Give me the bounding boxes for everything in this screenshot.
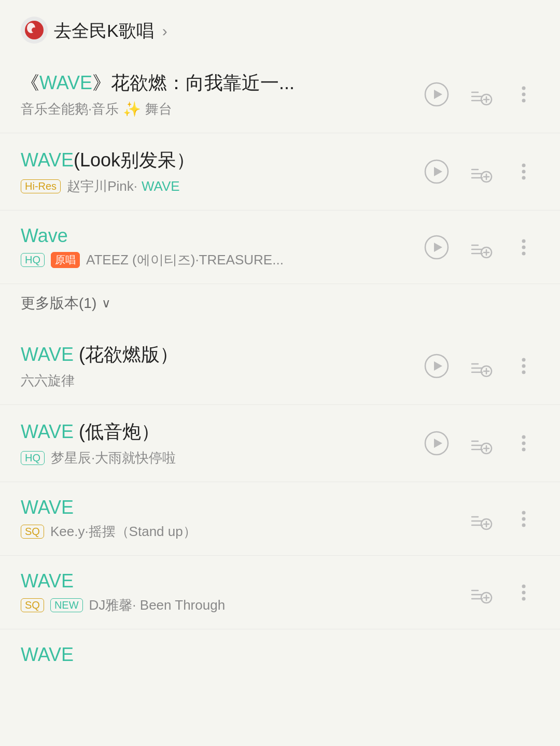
song-title[interactable]: WAVE (花欲燃版） — [21, 342, 411, 368]
list-item-partial: WAVE — [0, 629, 560, 671]
title-suffix: (花欲燃版） — [74, 344, 178, 365]
top-nav: 去全民K歌唱 › — [0, 0, 560, 56]
svg-point-17 — [522, 164, 526, 167]
list-item: Wave HQ 原唱 ATEEZ (에이티즈)·TREASURE... — [0, 210, 560, 284]
song-meta: SQ Kee.y·摇摆（Stand up） — [21, 523, 454, 541]
add-to-playlist-button[interactable] — [465, 577, 496, 608]
song-info: WAVE (低音炮） HQ 梦星辰·大雨就快停啦 — [21, 419, 411, 467]
svg-marker-5 — [434, 90, 442, 99]
svg-point-42 — [522, 442, 526, 445]
song-actions — [421, 232, 539, 263]
title-teal: WAVE — [21, 149, 74, 171]
meta-text: 六六旋律 — [21, 372, 75, 390]
hq-badge: HQ — [21, 451, 45, 465]
svg-point-27 — [522, 251, 526, 255]
svg-point-26 — [522, 245, 526, 249]
sq-badge: SQ — [21, 598, 44, 612]
song-actions — [465, 503, 539, 534]
more-options-button[interactable] — [508, 156, 539, 187]
sq-badge: SQ — [21, 525, 44, 539]
nav-arrow[interactable]: › — [162, 22, 167, 40]
more-options-button[interactable] — [508, 428, 539, 459]
song-title[interactable]: 《WAVE》花欲燃：向我靠近一... — [21, 71, 411, 96]
song-actions — [421, 79, 539, 110]
song-actions — [421, 428, 539, 459]
song-info: WAVE (花欲燃版） 六六旋律 — [21, 342, 411, 390]
title-teal: WAVE — [21, 497, 74, 518]
title-teal: WAVE — [21, 421, 74, 442]
add-to-playlist-button[interactable] — [465, 503, 496, 534]
meta-teal: WAVE — [142, 178, 180, 194]
svg-point-48 — [522, 517, 526, 520]
more-options-button[interactable] — [508, 350, 539, 382]
song-info: Wave HQ 原唱 ATEEZ (에이티즈)·TREASURE... — [21, 225, 411, 269]
song-title-partial[interactable]: WAVE — [21, 644, 539, 666]
play-button[interactable] — [421, 156, 452, 187]
original-badge: 原唱 — [51, 252, 80, 268]
add-to-playlist-button[interactable] — [465, 428, 496, 459]
more-options-button[interactable] — [508, 503, 539, 534]
svg-point-10 — [522, 93, 526, 96]
list-item: 《WAVE》花欲燃：向我靠近一... 音乐全能鹅·音乐 ✨ 舞台 — [0, 56, 560, 133]
song-title[interactable]: WAVE — [21, 570, 454, 592]
add-to-playlist-button[interactable] — [465, 156, 496, 187]
svg-point-11 — [522, 99, 526, 103]
svg-point-9 — [522, 87, 526, 90]
nav-title[interactable]: 去全民K歌唱 — [54, 19, 154, 43]
meta-text: ATEEZ (에이티즈)·TREASURE... — [86, 251, 284, 269]
list-item: WAVE (花欲燃版） 六六旋律 — [0, 328, 560, 405]
song-meta: SQ NEW DJ雅馨· Been Through — [21, 596, 454, 614]
more-options-button[interactable] — [508, 577, 539, 608]
meta-text: Kee.y·摇摆（Stand up） — [50, 523, 197, 541]
add-to-playlist-button[interactable] — [465, 350, 496, 382]
song-list: 《WAVE》花欲燃：向我靠近一... 音乐全能鹅·音乐 ✨ 舞台 — [0, 56, 560, 629]
meta-text: 音乐全能鹅·音乐 — [21, 100, 119, 118]
song-info: WAVE SQ Kee.y·摇摆（Stand up） — [21, 497, 454, 541]
title-teal: Wave — [21, 225, 68, 246]
svg-point-53 — [522, 584, 526, 588]
more-options-button[interactable] — [508, 79, 539, 110]
list-item: WAVE(Look别发呆） Hi-Res 赵宇川Pink· WAVE — [0, 133, 560, 210]
song-meta: Hi-Res 赵宇川Pink· WAVE — [21, 177, 411, 195]
app-logo — [21, 17, 48, 46]
more-options-button[interactable] — [508, 232, 539, 263]
add-to-playlist-button[interactable] — [465, 232, 496, 263]
title-suffix: (低音炮） — [74, 421, 160, 442]
svg-point-3 — [32, 27, 37, 33]
play-button[interactable] — [421, 428, 452, 459]
song-info: WAVE(Look别发呆） Hi-Res 赵宇川Pink· WAVE — [21, 148, 411, 195]
more-versions-row[interactable]: 更多版本(1) ∨ — [0, 284, 560, 328]
svg-marker-37 — [434, 439, 442, 448]
list-item: WAVE (低音炮） HQ 梦星辰·大雨就快停啦 — [0, 405, 560, 482]
svg-point-49 — [522, 523, 526, 527]
hq-badge: HQ — [21, 253, 45, 267]
song-info: WAVE SQ NEW DJ雅馨· Been Through — [21, 570, 454, 614]
meta-emoji: ✨ — [123, 101, 141, 118]
song-info: 《WAVE》花欲燃：向我靠近一... 音乐全能鹅·音乐 ✨ 舞台 — [21, 71, 411, 118]
add-to-playlist-button[interactable] — [465, 79, 496, 110]
song-meta: HQ 原唱 ATEEZ (에이티즈)·TREASURE... — [21, 251, 411, 269]
meta-suffix: 舞台 — [145, 100, 172, 118]
play-button[interactable] — [421, 79, 452, 110]
svg-point-41 — [522, 435, 526, 439]
hires-badge: Hi-Res — [21, 179, 61, 193]
play-button[interactable] — [421, 232, 452, 263]
svg-point-54 — [522, 590, 526, 594]
chevron-down-icon: ∨ — [102, 296, 111, 311]
song-title[interactable]: Wave — [21, 225, 411, 247]
title-teal: WAVE — [21, 570, 74, 592]
list-item: WAVE SQ NEW DJ雅馨· Been Through — [0, 556, 560, 629]
svg-marker-13 — [434, 167, 442, 176]
svg-point-43 — [522, 448, 526, 452]
song-title[interactable]: WAVE (低音炮） — [21, 419, 411, 445]
meta-text: DJ雅馨· Been Through — [89, 596, 226, 614]
song-title[interactable]: WAVE(Look别发呆） — [21, 148, 411, 173]
meta-text: 梦星辰·大雨就快停啦 — [51, 449, 176, 467]
more-versions-label: 更多版本(1) — [21, 293, 96, 313]
svg-point-34 — [522, 364, 526, 368]
svg-point-55 — [522, 597, 526, 600]
song-actions — [421, 350, 539, 382]
song-title[interactable]: WAVE — [21, 497, 454, 518]
play-button[interactable] — [421, 350, 452, 382]
song-actions — [465, 577, 539, 608]
